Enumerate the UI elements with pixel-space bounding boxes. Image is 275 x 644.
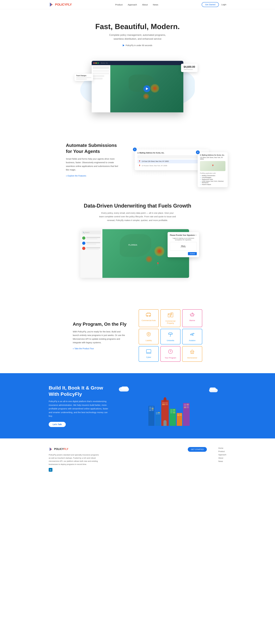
- submit-signature-button[interactable]: Submit: [188, 252, 197, 255]
- program-card-homeowner[interactable]: Homeowner: [182, 346, 202, 362]
- lets-talk-button[interactable]: Let's Talk: [49, 422, 66, 427]
- address-2: 10 Houston Street, New York, NY 10006: [142, 165, 167, 166]
- login-button[interactable]: Login: [221, 4, 226, 6]
- city-illustration: [112, 386, 226, 426]
- data-driven-section: Data-Driven Underwriting that Fuels Grow…: [0, 192, 275, 298]
- screenshot-company-title: Acme, Inc.: [101, 62, 108, 64]
- signature-modal: Please Provide Your Signature ✕ I agree …: [168, 232, 199, 257]
- building-5: [177, 413, 182, 426]
- hero-title: Fast, Beautiful, Modern.: [0, 22, 275, 31]
- footer-cta-col: GET STARTED: [188, 447, 207, 472]
- buildings-row: [148, 400, 190, 426]
- automate-description: Smart fields and forms help your agents …: [66, 157, 120, 172]
- logo[interactable]: POLICYFLY: [49, 2, 72, 7]
- map-state-label: FLORIDA: [128, 244, 137, 246]
- svg-rect-7: [168, 314, 169, 315]
- form-overlay-card: 2 2. Mailing Address for Acme, Inc. 110 …: [198, 152, 228, 187]
- dashboard-mockup: 🔍 Search: [49, 229, 226, 289]
- program-label-marine: Marine: [189, 319, 195, 322]
- signature-area[interactable]: JMc: [170, 242, 197, 251]
- build-heading: Build It, Book It & Grow With PolicyFly: [49, 385, 112, 397]
- program-label-aviation: Aviation: [189, 340, 195, 342]
- program-card-umbrella[interactable]: Umbrella: [160, 329, 180, 344]
- hero-subtitle: Complete policy management, automated pr…: [106, 33, 169, 41]
- programs-heading: Any Program, On the Fly: [73, 321, 127, 327]
- program-card-liability[interactable]: Liability: [139, 329, 159, 344]
- explore-features-link[interactable]: » Explore the Features: [66, 175, 86, 177]
- navbar: POLICYFLY Product Approach About News Ge…: [0, 0, 275, 9]
- prefill-title: Prefilling application with:: [200, 172, 225, 174]
- data-driven-heading: Data-Driven Underwriting that Fuels Grow…: [49, 203, 226, 209]
- get-started-button[interactable]: Get Started: [202, 2, 219, 7]
- svg-marker-22: [50, 448, 51, 451]
- programs-text: Any Program, On the Fly With PolicyFly, …: [73, 321, 127, 350]
- cloud-4: [209, 388, 216, 390]
- footer-linkedin[interactable]: in: [49, 468, 100, 472]
- product-tour-link[interactable]: » Take the Product Tour: [73, 348, 94, 350]
- data-driven-description: Every policy, every email, and every dat…: [99, 211, 176, 222]
- svg-rect-9: [171, 314, 172, 315]
- building-1: [148, 406, 154, 426]
- svg-rect-8: [171, 313, 172, 314]
- building-2: [155, 412, 160, 426]
- footer-right: GET STARTED Home Product Approach About …: [188, 447, 226, 472]
- nav-approach[interactable]: Approach: [128, 4, 137, 6]
- program-label-commercial-property: Commercial Property: [163, 320, 178, 324]
- footer-link-approach[interactable]: Approach: [218, 454, 226, 456]
- program-card-commercial-auto[interactable]: Commercial Auto: [139, 309, 159, 327]
- signature-body: I agree to signing, as an electronic acc…: [170, 238, 197, 240]
- automate-section: Automate Submissions for Your Agents Sma…: [0, 128, 275, 191]
- cyber-icon: [146, 349, 152, 355]
- nav-actions: Get Started Login: [202, 2, 226, 7]
- amount-card: $4,600.00: [184, 66, 195, 68]
- amount-card-label: Total Premium: [184, 69, 195, 70]
- footer-link-home[interactable]: Home: [218, 447, 226, 449]
- building-4: [170, 409, 176, 426]
- overlay-form-title: 2. Mailing Address for Acme, Inc.: [200, 154, 225, 156]
- program-label-cyber: Cyber: [146, 356, 151, 358]
- video-link[interactable]: PolicyFly in under 90 seconds: [0, 44, 275, 46]
- svg-rect-20: [192, 352, 193, 354]
- programs-section: Any Program, On the Fly With PolicyFly, …: [0, 298, 275, 373]
- footer-link-product[interactable]: Product: [218, 450, 226, 452]
- building-3: [161, 400, 169, 426]
- commercial-auto-icon: [146, 312, 152, 318]
- your-program-icon: ?: [168, 349, 173, 355]
- footer-link-about[interactable]: About: [218, 457, 226, 459]
- automate-text: Automate Submissions for Your Agents Sma…: [66, 142, 120, 177]
- svg-rect-19: [191, 352, 194, 354]
- program-label-liability: Liability: [146, 340, 152, 342]
- svg-rect-14: [146, 350, 151, 353]
- program-card-marine[interactable]: Marine: [182, 309, 202, 327]
- step-badge-1: 1: [133, 148, 137, 151]
- commercial-property-icon: [168, 312, 173, 318]
- footer-content: POLICYFLY PolicyFly powers standard and …: [0, 438, 275, 478]
- program-card-commercial-property[interactable]: Commercial Property: [160, 309, 180, 327]
- liability-icon: [146, 332, 151, 338]
- programs-grid: Commercial Auto Commercial Property: [139, 309, 202, 362]
- svg-text:?: ?: [170, 350, 171, 353]
- footer-get-started-button[interactable]: GET STARTED: [188, 447, 207, 452]
- nav-about[interactable]: About: [142, 4, 148, 6]
- building-6: [183, 403, 190, 426]
- logo-text: POLICYFLY: [55, 3, 72, 6]
- footer-description: PolicyFly powers standard and specialty …: [49, 453, 100, 466]
- nav-product[interactable]: Product: [115, 4, 123, 6]
- program-card-aviation[interactable]: Aviation: [182, 329, 202, 344]
- marine-icon: [189, 312, 195, 318]
- program-card-your-program[interactable]: ? Your Program: [160, 346, 180, 362]
- address-1: 114 East 12th Street, New York, NY 10003: [142, 160, 169, 162]
- footer-link-news[interactable]: News: [218, 460, 226, 462]
- form-mockup: 1 2. Mailing Address for Acme, Inc. 📍 11…: [135, 149, 209, 170]
- program-label-commercial-auto: Commercial Auto: [142, 319, 156, 322]
- program-card-cyber[interactable]: Cyber: [139, 346, 159, 362]
- modal-close-icon[interactable]: ✕: [195, 234, 197, 236]
- step-badge-2: 2: [196, 150, 200, 154]
- hero-screenshot: Acme, Inc.: [0, 55, 275, 128]
- track-changes-label: Track Changes: [76, 75, 91, 76]
- umbrella-icon: [168, 332, 173, 338]
- automate-heading: Automate Submissions for Your Agents: [66, 142, 120, 154]
- programs-description: With PolicyFly, you're ready for the bes…: [73, 330, 127, 344]
- footer-brand: POLICYFLY PolicyFly powers standard and …: [49, 447, 100, 472]
- nav-news[interactable]: News: [153, 4, 158, 6]
